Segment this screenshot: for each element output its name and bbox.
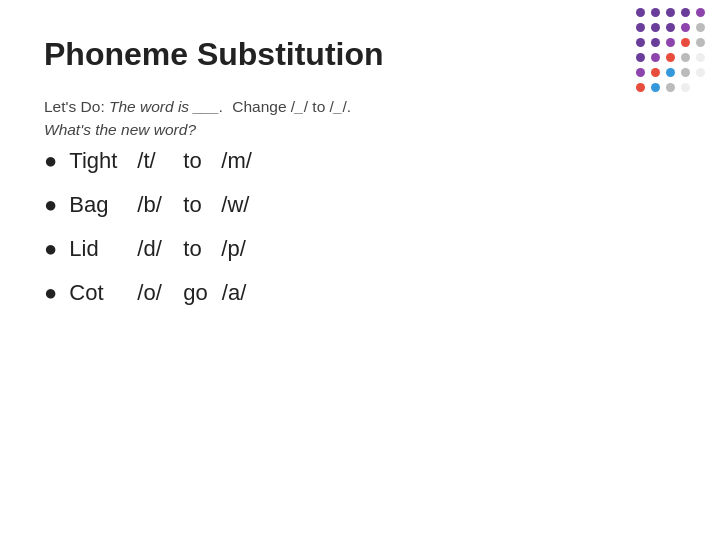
dot [651, 38, 660, 47]
dot [681, 83, 690, 92]
dot [696, 8, 705, 17]
dot [651, 23, 660, 32]
word-parts: Lid /d/ to /p/ [69, 236, 245, 262]
list-item: ● Tight /t/ to /m/ [44, 148, 676, 174]
dot [636, 38, 645, 47]
instructions: Let's Do: The word is ___. Change /_/ to… [44, 95, 676, 142]
dot [666, 38, 675, 47]
dot [696, 83, 705, 92]
phoneme-o: /o/ [137, 280, 169, 306]
dot [666, 83, 675, 92]
bullet-dot: ● [44, 236, 57, 262]
result-m: /m/ [221, 148, 252, 174]
dot [636, 23, 645, 32]
word-parts: Cot /o/ go /a/ [69, 280, 246, 306]
dot [636, 83, 645, 92]
bullet-dot: ● [44, 148, 57, 174]
dot [666, 23, 675, 32]
dot [696, 68, 705, 77]
dot [636, 53, 645, 62]
dot [696, 23, 705, 32]
connector-to-1: to [183, 192, 207, 218]
dot [666, 8, 675, 17]
instruction-whats-the-word: What's the new word? [44, 121, 196, 138]
list-item: ● Lid /d/ to /p/ [44, 236, 676, 262]
result-w: /w/ [221, 192, 249, 218]
connector-to-2: to [183, 236, 207, 262]
dot [651, 83, 660, 92]
dot [696, 53, 705, 62]
dot [636, 8, 645, 17]
main-container: Phoneme Substitution Let's Do: The word … [0, 0, 720, 540]
bullet-dot: ● [44, 192, 57, 218]
dot [651, 68, 660, 77]
list-item: ● Bag /b/ to /w/ [44, 192, 676, 218]
result-p: /p/ [221, 236, 245, 262]
dot [681, 68, 690, 77]
dot [681, 8, 690, 17]
result-a: /a/ [222, 280, 246, 306]
dot [651, 8, 660, 17]
instruction-change: Change /_/ to /_/. [224, 98, 352, 115]
dot [666, 68, 675, 77]
dot [696, 38, 705, 47]
phoneme-b: /b/ [137, 192, 169, 218]
connector-go: go [183, 280, 207, 306]
dot [666, 53, 675, 62]
phoneme-d: /d/ [137, 236, 169, 262]
bullet-list: ● Tight /t/ to /m/ ● Bag /b/ to /w/ ● Li… [44, 148, 676, 306]
dot [636, 68, 645, 77]
dot [681, 23, 690, 32]
bullet-dot: ● [44, 280, 57, 306]
connector-to-0: to [183, 148, 207, 174]
dot [651, 53, 660, 62]
dot [681, 38, 690, 47]
dots-decoration [636, 8, 708, 95]
word-cot: Cot [69, 280, 123, 306]
word-parts: Tight /t/ to /m/ [69, 148, 252, 174]
list-item: ● Cot /o/ go /a/ [44, 280, 676, 306]
word-parts: Bag /b/ to /w/ [69, 192, 249, 218]
word-bag: Bag [69, 192, 123, 218]
page-title: Phoneme Substitution [44, 36, 676, 73]
phoneme-t: /t/ [137, 148, 169, 174]
dot [681, 53, 690, 62]
word-tight: Tight [69, 148, 123, 174]
instruction-lets-do: Let's Do: [44, 98, 109, 115]
instruction-the-word: The word is ___. [109, 98, 224, 115]
word-lid: Lid [69, 236, 123, 262]
